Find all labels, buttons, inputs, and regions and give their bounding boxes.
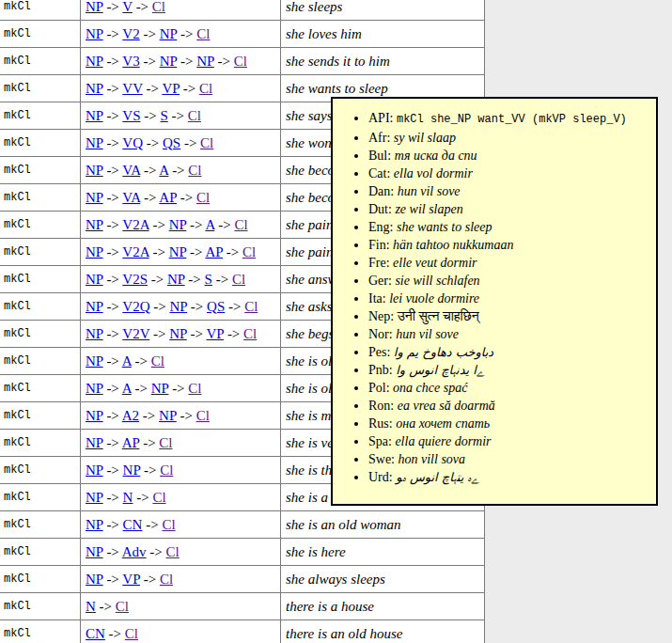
type-link-Cl[interactable]: Cl (200, 135, 213, 150)
type-link-NP[interactable]: NP (86, 326, 103, 341)
type-link-Cl[interactable]: Cl (196, 190, 210, 205)
type-link-Cl[interactable]: Cl (159, 435, 172, 450)
type-link-NP[interactable]: NP (86, 54, 103, 69)
type-link-AP[interactable]: AP (159, 190, 177, 205)
type-link-NP[interactable]: NP (167, 272, 185, 287)
type-link-Cl[interactable]: Cl (166, 544, 180, 559)
type-link-Cl[interactable]: Cl (125, 626, 138, 641)
type-link-NP[interactable]: NP (86, 244, 103, 259)
type-link-VS[interactable]: VS (122, 108, 140, 123)
type-link-Cl[interactable]: Cl (196, 408, 210, 423)
type-link-NP[interactable]: NP (169, 217, 187, 232)
type-link-A[interactable]: A (122, 353, 132, 369)
type-link-V2A[interactable]: V2A (122, 217, 148, 232)
type-link-NP[interactable]: NP (169, 244, 187, 259)
type-link-AP[interactable]: AP (205, 244, 223, 259)
type-link-Cl[interactable]: Cl (234, 217, 247, 232)
type-link-NP[interactable]: NP (159, 408, 177, 423)
type-link-VA[interactable]: VA (122, 190, 140, 205)
type-link-NP[interactable]: NP (86, 517, 103, 532)
type-link-Cl[interactable]: Cl (188, 108, 201, 123)
example-cell[interactable]: there is a house (281, 593, 485, 620)
type-link-NP[interactable]: NP (86, 217, 103, 232)
type-link-Cl[interactable]: Cl (160, 463, 173, 478)
type-link-VQ[interactable]: VQ (122, 135, 143, 150)
type-link-NP[interactable]: NP (86, 572, 103, 587)
type-link-NP[interactable]: NP (86, 544, 103, 559)
type-link-V2A[interactable]: V2A (122, 244, 148, 259)
type-link-NP[interactable]: NP (86, 272, 103, 287)
type-link-VV[interactable]: VV (122, 81, 142, 96)
type-link-S[interactable]: S (160, 108, 167, 123)
type-link-Adv[interactable]: Adv (122, 544, 147, 559)
type-link-NP[interactable]: NP (86, 299, 103, 314)
type-link-NP[interactable]: NP (86, 435, 103, 450)
type-link-VP[interactable]: VP (162, 81, 180, 96)
type-link-NP[interactable]: NP (123, 463, 141, 478)
type-link-N[interactable]: N (86, 599, 96, 614)
type-link-NP[interactable]: NP (86, 81, 103, 96)
type-link-Cl[interactable]: Cl (244, 299, 258, 314)
type-link-Cl[interactable]: Cl (152, 490, 165, 505)
type-link-Cl[interactable]: Cl (152, 0, 165, 14)
type-link-Cl[interactable]: Cl (232, 272, 245, 287)
type-link-NP[interactable]: NP (86, 490, 103, 505)
language-label: Ita: (368, 291, 389, 306)
type-link-A[interactable]: A (122, 381, 132, 396)
type-link-CN[interactable]: CN (123, 517, 143, 532)
type-link-NP[interactable]: NP (160, 26, 178, 41)
example-cell[interactable]: she sends it to him (281, 48, 485, 75)
type-link-NP[interactable]: NP (86, 163, 103, 178)
type-link-VP[interactable]: VP (122, 572, 140, 587)
type-link-Cl[interactable]: Cl (188, 163, 201, 178)
type-link-Cl[interactable]: Cl (196, 26, 210, 41)
type-link-NP[interactable]: NP (86, 353, 103, 369)
type-link-V3[interactable]: V3 (122, 54, 139, 69)
type-link-V2Q[interactable]: V2Q (122, 299, 149, 314)
type-link-NP[interactable]: NP (86, 463, 103, 478)
type-link-Cl[interactable]: Cl (188, 381, 201, 396)
type-link-Cl[interactable]: Cl (162, 517, 175, 532)
type-link-VA[interactable]: VA (122, 163, 140, 178)
type-link-NP[interactable]: NP (86, 408, 103, 423)
type-link-NP[interactable]: NP (160, 54, 178, 69)
type-link-A[interactable]: A (159, 163, 168, 178)
type-link-Cl[interactable]: Cl (116, 599, 129, 614)
type-link-Cl[interactable]: Cl (199, 81, 212, 96)
type-link-QS[interactable]: QS (163, 135, 180, 150)
type-link-CN[interactable]: CN (86, 626, 105, 641)
example-cell[interactable]: she is here (281, 539, 485, 566)
type-link-Cl[interactable]: Cl (160, 572, 173, 587)
type-link-Cl[interactable]: Cl (242, 244, 256, 259)
type-link-NP[interactable]: NP (169, 326, 187, 341)
type-link-VP[interactable]: VP (207, 326, 225, 341)
example-cell[interactable]: she loves him (281, 21, 485, 48)
type-link-S[interactable]: S (205, 272, 212, 287)
type-link-A2[interactable]: A2 (122, 408, 139, 423)
type-link-V2S[interactable]: V2S (122, 272, 148, 287)
type-link-QS[interactable]: QS (207, 299, 225, 314)
type-link-A[interactable]: A (205, 217, 214, 232)
example-cell[interactable]: she sleeps (281, 0, 485, 21)
example-cell[interactable]: she always sleeps (281, 566, 485, 593)
type-link-Cl[interactable]: Cl (243, 326, 257, 341)
type-link-NP[interactable]: NP (86, 381, 103, 396)
type-link-NP[interactable]: NP (86, 190, 103, 205)
type-link-NP[interactable]: NP (169, 299, 187, 314)
translation-text: ze wil slapen (395, 202, 462, 216)
type-link-V[interactable]: V (122, 0, 133, 14)
type-link-V2V[interactable]: V2V (122, 326, 149, 341)
type-link-NP[interactable]: NP (86, 0, 103, 14)
type-link-N[interactable]: N (123, 490, 133, 505)
type-link-Cl[interactable]: Cl (151, 353, 164, 369)
type-link-NP[interactable]: NP (196, 54, 214, 69)
example-cell[interactable]: there is an old house (281, 620, 485, 643)
example-cell[interactable]: she is an old woman (281, 511, 485, 539)
type-link-NP[interactable]: NP (86, 108, 103, 123)
type-link-V2[interactable]: V2 (122, 26, 139, 41)
type-link-NP[interactable]: NP (86, 135, 103, 150)
type-link-NP[interactable]: NP (86, 26, 103, 41)
type-link-NP[interactable]: NP (151, 381, 169, 396)
type-link-AP[interactable]: AP (122, 435, 140, 450)
type-link-Cl[interactable]: Cl (234, 54, 247, 69)
